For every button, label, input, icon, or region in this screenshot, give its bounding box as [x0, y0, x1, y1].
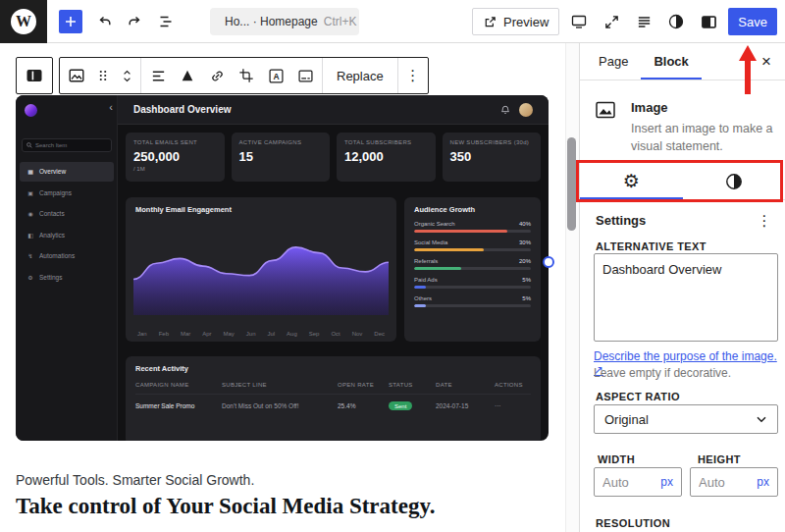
- engagement-area-chart: [133, 221, 389, 315]
- image-block-type-button[interactable]: [62, 58, 91, 93]
- block-mover[interactable]: [115, 58, 138, 93]
- stat-label: TOTAL EMAILS SENT: [133, 139, 217, 145]
- area-path: [133, 247, 389, 315]
- wordpress-logo-button[interactable]: W: [0, 0, 47, 43]
- cell-campaign: Summer Sale Promo: [135, 402, 222, 409]
- undo-icon: [96, 13, 114, 30]
- replace-button[interactable]: Replace: [325, 69, 395, 83]
- caption-button[interactable]: [290, 58, 320, 93]
- aspect-ratio-select[interactable]: Original: [594, 404, 778, 434]
- column-header: DATE: [436, 382, 495, 388]
- tab-page[interactable]: Page: [586, 43, 641, 80]
- decorative-note: Leave empty if decorative.: [594, 366, 731, 380]
- audience-bar-track: [414, 286, 531, 289]
- chart-month-labels: JanFebMarAprMayJunJulAugSepOctNovDec: [137, 331, 385, 337]
- tab-block[interactable]: Block: [641, 43, 701, 80]
- kicker-paragraph-block[interactable]: Powerful Tools. Smarter Social Growth.: [16, 472, 254, 488]
- stat-value: 250,000: [133, 149, 217, 164]
- undo-button[interactable]: [92, 10, 118, 33]
- block-options-button[interactable]: ⋮: [400, 58, 426, 93]
- device-preview-button[interactable]: [566, 9, 592, 34]
- month-label: Apr: [202, 331, 211, 337]
- image-resize-handle[interactable]: [543, 256, 554, 268]
- preview-button[interactable]: Preview: [472, 8, 559, 35]
- alt-text-input[interactable]: Dashboard Overview: [594, 253, 778, 342]
- duotone-filter-button[interactable]: [173, 58, 202, 93]
- audience-label: Referrals: [414, 258, 438, 264]
- drag-handle[interactable]: [91, 58, 115, 93]
- month-label: Aug: [287, 331, 297, 337]
- dash-nav-item: ▣Campaigns: [20, 183, 114, 202]
- stat-label: ACTIVE CAMPAIGNS: [239, 139, 323, 145]
- audience-bar-fill: [414, 248, 484, 251]
- audience-growth-card: Audience Growth Organic Search40% Social…: [404, 197, 541, 342]
- height-field: px: [690, 467, 778, 497]
- audience-bar-fill: [414, 230, 507, 233]
- redo-button[interactable]: [122, 10, 147, 33]
- settings-panel-heading: Settings: [596, 213, 646, 228]
- settings-sidebar-toggle[interactable]: [696, 9, 721, 34]
- dash-search-placeholder: Search Item: [35, 142, 67, 148]
- height-unit: px: [757, 475, 769, 489]
- select-parent-block-button[interactable]: [16, 57, 53, 94]
- width-label: WIDTH: [598, 453, 635, 465]
- audience-label: Paid Ads: [414, 277, 438, 283]
- global-styles-button[interactable]: [663, 9, 689, 34]
- width-input[interactable]: [602, 475, 654, 490]
- preview-label: Preview: [503, 15, 549, 29]
- aspect-ratio-label: ASPECT RATIO: [596, 391, 680, 402]
- audience-bar-fill: [414, 267, 461, 270]
- height-input[interactable]: [699, 475, 750, 490]
- block-toolbar-group-tools: A: [141, 58, 323, 93]
- stat-label: NEW SUBSCRIBERS (30d): [450, 139, 534, 145]
- settings-sidebar: Page Block × Image Insert an image to ma…: [579, 43, 785, 532]
- audience-row: Social Media30%: [414, 239, 531, 251]
- tab-styles[interactable]: [683, 163, 785, 199]
- canvas-scrollbar-thumb[interactable]: [567, 137, 576, 231]
- column-header: STATUS: [389, 382, 436, 388]
- dash-collapse-icon: ‹: [109, 101, 113, 113]
- align-button[interactable]: [143, 58, 173, 93]
- block-inspector-tabs: ⚙: [580, 163, 785, 200]
- canvas-scrollbar-track: [565, 43, 579, 532]
- dash-nav-label: Automations: [39, 252, 75, 259]
- folder-icon: ▣: [26, 189, 34, 196]
- image-block-dashboard[interactable]: ‹ Search Item ▦Overview ▣Campaigns ◉Cont…: [16, 95, 549, 441]
- block-inserter-button[interactable]: [59, 10, 82, 33]
- document-outline-button[interactable]: [631, 9, 656, 34]
- gear-icon: ⚙: [623, 170, 640, 192]
- column-header: CAMPAIGN NAME: [135, 382, 222, 388]
- settings-options-button[interactable]: ⋮: [752, 208, 777, 234]
- dash-header-right: [500, 103, 533, 117]
- audience-value: 40%: [519, 221, 531, 227]
- recent-activity-title: Recent Activity: [135, 364, 531, 373]
- month-label: Dec: [374, 331, 385, 337]
- tab-settings[interactable]: ⚙: [580, 163, 683, 199]
- month-label: Oct: [331, 331, 340, 337]
- text-over-image-button[interactable]: A: [261, 58, 290, 93]
- bell-icon: [500, 105, 510, 115]
- column-header: ACTIONS: [495, 382, 531, 388]
- dash-nav-item: ◉Contacts: [20, 204, 114, 224]
- block-toolbar-group-replace: Replace: [323, 58, 398, 93]
- stat-sub: / 1M: [133, 166, 217, 173]
- fullscreen-button[interactable]: [599, 9, 624, 34]
- stat-card: NEW SUBSCRIBERS (30d) 350: [443, 133, 542, 182]
- audience-label: Social Media: [414, 239, 447, 245]
- list-view-button[interactable]: [153, 10, 179, 33]
- monitor-icon: [570, 13, 588, 30]
- link-button[interactable]: [202, 58, 232, 93]
- external-link-icon: [483, 15, 497, 29]
- save-button[interactable]: Save: [728, 8, 777, 35]
- heading-block[interactable]: Take control of Your Social Media Strate…: [16, 494, 435, 519]
- crop-button[interactable]: [232, 58, 261, 93]
- close-sidebar-button[interactable]: ×: [754, 49, 779, 75]
- command-center-button[interactable]: Ho... · Homepage Ctrl+K: [210, 8, 359, 35]
- width-unit: px: [660, 475, 673, 489]
- dash-header: Dashboard Overview: [118, 95, 549, 125]
- ellipsis-vertical-icon: ⋮: [405, 67, 420, 84]
- column-header: SUBJECT LINE: [222, 382, 338, 388]
- text-overlay-icon: A: [268, 68, 285, 84]
- stat-value: 350: [450, 149, 534, 164]
- dash-nav-item: ↯Automations: [20, 246, 114, 266]
